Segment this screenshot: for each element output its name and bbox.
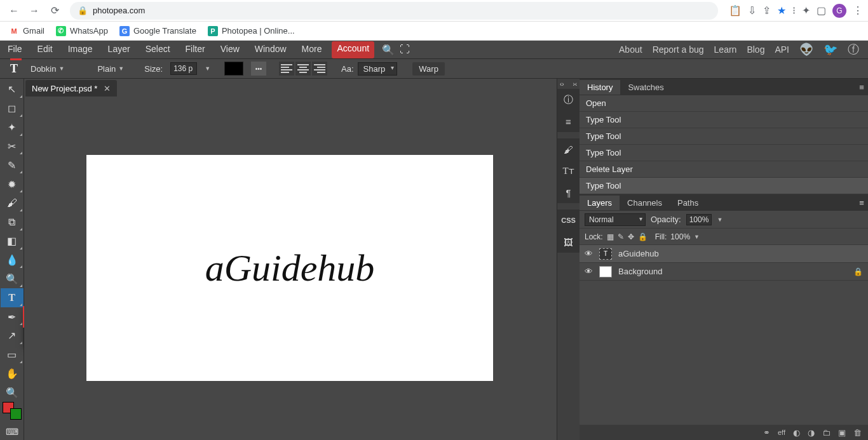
dodge-tool[interactable]: 🔍	[1, 269, 24, 288]
canvas-text-layer[interactable]: aGuidehub	[205, 246, 375, 290]
eyedropper-tool[interactable]: ✎	[1, 156, 24, 175]
bookmark-star-icon[interactable]: ★	[777, 4, 786, 17]
mask-icon[interactable]: ◐	[793, 428, 800, 437]
fill-dropdown-icon[interactable]: ▼	[694, 234, 700, 240]
layers-panel-menu-icon[interactable]: ≡	[855, 198, 868, 208]
history-item[interactable]: Delete Layer	[580, 161, 868, 178]
hand-tool[interactable]: ✋	[1, 364, 24, 383]
css-panel-icon[interactable]: CSS	[557, 210, 580, 231]
history-panel-menu-icon[interactable]: ≡	[855, 83, 868, 92]
tab-layers[interactable]: Layers	[580, 196, 620, 210]
antialias-dropdown[interactable]: Sharp	[358, 62, 398, 76]
effects-icon[interactable]: eff	[778, 429, 785, 436]
text-color-swatch[interactable]	[224, 62, 243, 76]
warp-button[interactable]: Warp	[412, 62, 445, 76]
marquee-tool[interactable]: ◻	[1, 99, 24, 118]
reddit-icon[interactable]: 👽	[799, 43, 813, 57]
clone-tool[interactable]: ⧉	[1, 213, 24, 232]
tab-paths[interactable]: Paths	[670, 196, 706, 210]
search-icon[interactable]: 🔍	[374, 41, 392, 58]
menu-image[interactable]: Image	[60, 41, 100, 58]
link-learn[interactable]: Learn	[714, 44, 737, 55]
character-panel-icon[interactable]: Tᴛ	[557, 160, 580, 182]
adjustment-icon[interactable]: ◑	[808, 428, 815, 437]
menu-select[interactable]: Select	[138, 41, 178, 58]
tab-channels[interactable]: Channels	[620, 196, 670, 210]
menu-more[interactable]: More	[294, 41, 330, 58]
font-style-dropdown[interactable]: Plain▼	[97, 64, 124, 74]
menu-account[interactable]: Account	[332, 41, 374, 58]
blur-tool[interactable]: 💧	[1, 251, 24, 270]
brush-tool[interactable]: 🖌	[1, 194, 24, 213]
visibility-toggle-icon[interactable]: 👁	[585, 249, 593, 258]
install-icon[interactable]: ⇩	[748, 4, 756, 17]
align-right-button[interactable]	[312, 62, 327, 76]
visibility-toggle-icon[interactable]: 👁	[585, 267, 593, 276]
forward-button[interactable]: →	[25, 2, 43, 20]
history-item[interactable]: Type Tool	[580, 112, 868, 128]
history-item[interactable]: Type Tool	[580, 178, 868, 194]
zoom-tool[interactable]: 🔍	[1, 383, 24, 403]
layer-row[interactable]: 👁 Background 🔒	[580, 263, 868, 281]
document-tab[interactable]: New Project.psd * ✕	[25, 80, 117, 97]
fullscreen-icon[interactable]: ⛶	[392, 41, 410, 58]
canvas[interactable]: aGuidehub	[86, 155, 493, 381]
adjust-panel-icon[interactable]: ≡	[557, 110, 580, 132]
link-layers-icon[interactable]: ⚭	[763, 428, 770, 437]
move-tool[interactable]: ↖	[1, 80, 24, 99]
history-item[interactable]: Open	[580, 95, 868, 112]
extensions-icon[interactable]: ✦	[802, 4, 810, 17]
size-dropdown-icon[interactable]: ▼	[205, 65, 210, 72]
twitter-icon[interactable]: 🐦	[824, 43, 837, 57]
share-icon[interactable]: ⇪	[763, 4, 771, 17]
bookmark-gmail[interactable]: MGmail	[9, 26, 44, 36]
align-left-button[interactable]	[279, 62, 294, 76]
tab-history[interactable]: History	[580, 80, 620, 95]
profile-avatar[interactable]: G	[832, 4, 846, 18]
brush-panel-icon[interactable]: 🖌	[557, 138, 580, 160]
menu-view[interactable]: View	[213, 41, 247, 58]
menu-file[interactable]: File	[0, 41, 30, 58]
crop-tool[interactable]: ✂	[1, 137, 24, 156]
collapse-arrows[interactable]: ‹› ›‹	[557, 79, 580, 89]
lock-brush-icon[interactable]: ✎	[618, 232, 624, 241]
new-layer-icon[interactable]: ▣	[838, 428, 846, 437]
link-report-bug[interactable]: Report a bug	[653, 44, 704, 55]
sidepanel-icon[interactable]: ▢	[817, 4, 826, 17]
layer-row[interactable]: 👁 T aGuidehub	[580, 245, 868, 263]
bookmark-translate[interactable]: GGoogle Translate	[119, 26, 196, 36]
history-item[interactable]: Type Tool	[580, 145, 868, 161]
blend-mode-dropdown[interactable]: Normal	[585, 213, 646, 226]
address-bar[interactable]: 🔒 photopea.com	[70, 2, 718, 20]
back-button[interactable]: ←	[5, 2, 23, 20]
eraser-tool[interactable]: ◧	[1, 232, 24, 251]
link-about[interactable]: About	[619, 44, 642, 55]
menu-filter[interactable]: Filter	[178, 41, 213, 58]
delete-layer-icon[interactable]: 🗑	[853, 428, 862, 437]
link-blog[interactable]: Blog	[747, 44, 764, 55]
menu-layer[interactable]: Layer	[100, 41, 138, 58]
link-api[interactable]: API	[775, 44, 789, 55]
color-picker[interactable]	[3, 402, 22, 420]
bookmark-whatsapp[interactable]: ✆WhatsApp	[56, 26, 108, 36]
wand-tool[interactable]: ✦	[1, 118, 24, 137]
folder-icon[interactable]: 🗀	[822, 428, 831, 437]
opacity-input[interactable]: 100%	[686, 214, 712, 225]
facebook-icon[interactable]: ⓕ	[848, 42, 859, 57]
close-tab-icon[interactable]: ✕	[104, 84, 111, 93]
lock-all-icon[interactable]: 🔒	[638, 232, 648, 241]
image-panel-icon[interactable]: 🖼	[557, 231, 580, 253]
font-family-dropdown[interactable]: Dobkin▼	[31, 64, 64, 74]
clipboard-icon[interactable]: 📋	[729, 4, 742, 17]
menu-window[interactable]: Window	[247, 41, 294, 58]
pen-tool[interactable]: ✒	[1, 307, 24, 326]
reload-button[interactable]: ⟳	[46, 2, 64, 20]
shape-tool[interactable]: ▭	[1, 345, 24, 364]
menu-edit[interactable]: Edit	[30, 41, 60, 58]
path-select-tool[interactable]: ↗	[1, 326, 24, 345]
bookmark-photopea[interactable]: PPhotopea | Online...	[208, 26, 295, 36]
paragraph-panel-icon[interactable]: ¶	[557, 182, 580, 203]
heal-tool[interactable]: ✹	[1, 175, 24, 194]
font-size-input[interactable]: 136 p	[170, 62, 197, 75]
align-center-button[interactable]	[295, 62, 311, 76]
